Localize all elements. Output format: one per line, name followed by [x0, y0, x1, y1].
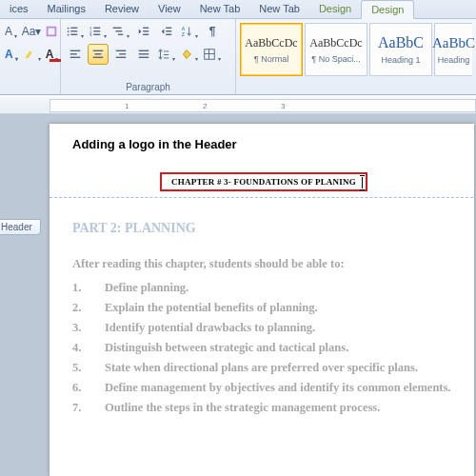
style-heading1[interactable]: AaBbC Heading 1: [369, 23, 432, 76]
group-font-label: [4, 91, 56, 94]
tutorial-title: Adding a logo in the Header: [72, 137, 455, 151]
page[interactable]: Adding a logo in the Header CHAPTER # 3-…: [50, 124, 474, 476]
sort-button[interactable]: AZ: [179, 21, 200, 42]
svg-rect-31: [119, 53, 126, 54]
svg-rect-12: [93, 34, 100, 35]
workspace: Adding a logo in the Header CHAPTER # 3-…: [0, 114, 476, 476]
list-item: 7.Outline the steps in the strategic man…: [72, 401, 455, 415]
shading-button[interactable]: [179, 44, 200, 65]
tab-references[interactable]: ices: [0, 0, 38, 18]
svg-rect-26: [70, 57, 81, 58]
justify-button[interactable]: [133, 44, 154, 65]
svg-rect-37: [164, 54, 169, 55]
text-cursor-icon: [362, 177, 363, 188]
group-styles: AaBbCcDc ¶ Normal AaBbCcDc ¶ No Spaci...…: [236, 19, 476, 94]
svg-rect-27: [93, 50, 104, 51]
ribbon: A Aa▾ A A 123 AZ ¶: [0, 19, 476, 95]
header-highlight[interactable]: CHAPTER # 3- FOUNDATIONS OF PLANING: [160, 172, 367, 191]
svg-text:Z: Z: [182, 31, 186, 37]
intro-text: After reading this chapter, students sho…: [72, 257, 455, 271]
svg-rect-30: [116, 50, 127, 51]
svg-rect-41: [208, 50, 209, 60]
svg-rect-35: [139, 57, 149, 58]
svg-rect-10: [93, 30, 100, 31]
style-heading2[interactable]: AaBbC Heading: [434, 23, 472, 76]
svg-rect-21: [166, 34, 171, 35]
list-item: 5.State when directional plans are prefe…: [72, 361, 455, 375]
svg-rect-2: [70, 28, 77, 29]
group-font: A Aa▾ A A: [0, 19, 61, 94]
show-marks-button[interactable]: ¶: [202, 21, 223, 42]
svg-rect-14: [115, 30, 122, 31]
svg-rect-38: [164, 58, 169, 59]
multilevel-button[interactable]: [110, 21, 131, 42]
align-left-button[interactable]: [65, 44, 86, 65]
svg-rect-33: [139, 50, 149, 51]
svg-point-1: [68, 28, 69, 30]
svg-rect-28: [95, 53, 102, 54]
svg-rect-6: [70, 34, 77, 35]
svg-point-3: [68, 30, 69, 32]
svg-rect-19: [166, 28, 171, 29]
svg-rect-8: [93, 28, 100, 29]
highlight-button[interactable]: [22, 44, 43, 65]
text-effects-button[interactable]: A: [4, 44, 20, 65]
numbering-button[interactable]: 123: [88, 21, 109, 42]
svg-rect-36: [164, 51, 169, 52]
svg-rect-13: [113, 28, 122, 29]
font-size-grow-button[interactable]: A: [4, 21, 19, 42]
style-normal[interactable]: AaBbCcDc ¶ Normal: [240, 23, 303, 76]
clear-format-button[interactable]: [44, 21, 59, 42]
svg-rect-32: [116, 57, 127, 58]
svg-text:A: A: [182, 26, 186, 31]
svg-rect-25: [70, 53, 77, 54]
svg-rect-0: [48, 28, 56, 36]
svg-point-5: [68, 34, 69, 36]
svg-rect-4: [70, 30, 77, 31]
ribbon-tabs: ices Mailings Review View New Tab New Ta…: [0, 0, 476, 19]
line-spacing-button[interactable]: [156, 44, 177, 65]
increase-indent-button[interactable]: [156, 21, 177, 42]
tab-mailings[interactable]: Mailings: [38, 0, 95, 18]
header-text: CHAPTER # 3- FOUNDATIONS OF PLANING: [171, 177, 356, 187]
svg-rect-29: [93, 57, 104, 58]
list-item: 6.Define management by objectives and id…: [72, 381, 455, 395]
svg-rect-20: [166, 30, 171, 31]
svg-rect-16: [143, 28, 149, 29]
header-boundary-line: [50, 197, 476, 198]
align-center-button[interactable]: [88, 44, 109, 65]
borders-button[interactable]: [202, 44, 223, 65]
svg-rect-24: [70, 50, 81, 51]
bullets-button[interactable]: [65, 21, 86, 42]
group-paragraph-label: Paragraph: [65, 81, 231, 94]
tab-newtab-1[interactable]: New Tab: [190, 0, 250, 18]
list-item: 1.Define planning.: [72, 281, 455, 295]
tab-design-1[interactable]: Design: [309, 0, 361, 18]
group-paragraph: 123 AZ ¶ Paragraph: [61, 19, 236, 94]
header-tag[interactable]: Header: [0, 219, 41, 235]
svg-rect-18: [143, 34, 149, 35]
svg-rect-17: [143, 30, 149, 31]
decrease-indent-button[interactable]: [133, 21, 154, 42]
list-item: 3.Identify potential drawbacks to planni…: [72, 321, 455, 335]
part-title: PART 2: PLANNING: [72, 221, 455, 236]
change-case-button[interactable]: Aa▾: [21, 21, 42, 42]
document-body: PART 2: PLANNING After reading this chap…: [72, 221, 455, 415]
list-item: 4.Distinguish between strategic and tact…: [72, 341, 455, 355]
svg-text:3: 3: [89, 32, 92, 37]
list-item: 2.Explain the potential benefits of plan…: [72, 301, 455, 315]
font-color-button[interactable]: A: [45, 44, 61, 65]
tab-view[interactable]: View: [149, 0, 190, 18]
align-right-button[interactable]: [110, 44, 131, 65]
tab-review[interactable]: Review: [95, 0, 149, 18]
svg-rect-34: [139, 53, 149, 54]
tab-design-2[interactable]: Design: [361, 0, 414, 19]
style-nospacing[interactable]: AaBbCcDc ¶ No Spaci...: [305, 23, 367, 76]
svg-rect-15: [118, 34, 123, 35]
tab-newtab-2[interactable]: New Tab: [249, 0, 309, 18]
ruler[interactable]: 1 2 3: [0, 97, 476, 114]
